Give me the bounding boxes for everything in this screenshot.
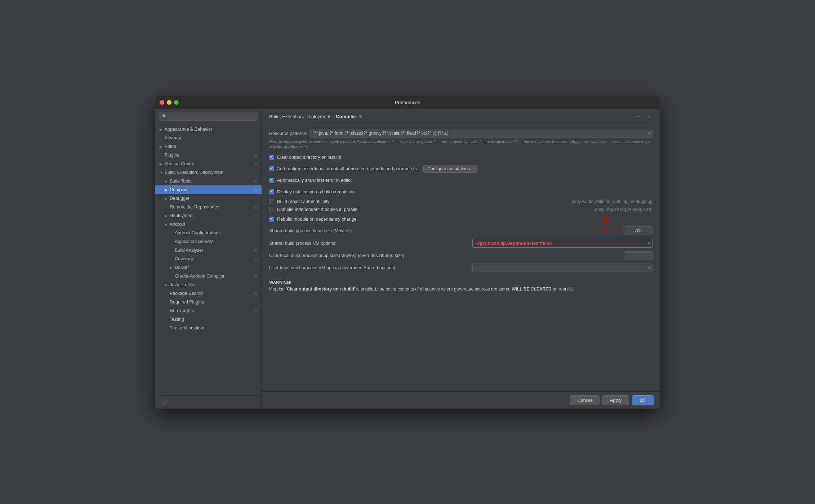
sidebar-item-keymap[interactable]: Keymap	[155, 134, 262, 142]
heap-size-section: Shared build process heap size (Mbytes):…	[269, 226, 653, 235]
user-vm-input[interactable]	[472, 264, 653, 272]
sidebar-item-docker[interactable]: ▶ Docker	[155, 263, 262, 272]
sidebar-item-coverage[interactable]: Coverage ⊞	[155, 255, 262, 263]
clear-output-label[interactable]: Clear output directory on rebuild	[277, 155, 341, 160]
heap-size-row: Shared build process heap size (Mbytes):…	[269, 226, 653, 235]
maximize-button[interactable]	[174, 100, 179, 105]
sidebar-item-remote-jar[interactable]: Remote Jar Repositories ⊞	[155, 203, 262, 211]
vm-options-input[interactable]	[472, 239, 653, 248]
user-heap-input[interactable]	[624, 251, 653, 260]
icon-remote-jar: ⊞	[253, 205, 259, 209]
vm-clear-icon[interactable]: ✕	[647, 241, 651, 246]
breadcrumb: Build, Execution, Deployment › Compiler …	[269, 114, 362, 119]
sidebar-tree: ▶ Appearance & Behavior Keymap ▶ Editor …	[155, 123, 262, 395]
close-button[interactable]	[160, 100, 164, 105]
checkbox-compile-parallel-row: Compile independent modules in parallel …	[269, 207, 653, 212]
user-heap-input-wrap	[624, 251, 653, 260]
footer: Cancel Apply OK	[262, 391, 660, 409]
forward-arrow[interactable]: →	[645, 113, 653, 120]
rebuild-module-checkbox[interactable]	[269, 217, 274, 222]
help-button[interactable]: ?	[160, 399, 167, 406]
sidebar-item-run-targets[interactable]: Run Targets ⊞	[155, 306, 262, 315]
compile-parallel-label[interactable]: Compile independent modules in parallel	[277, 207, 358, 212]
sidebar-item-editor[interactable]: ▶ Editor	[155, 142, 262, 151]
resource-patterns-input[interactable]	[310, 129, 653, 138]
chevron-right-icon: ▶	[170, 266, 175, 270]
main-content: 🔍 ▶ Appearance & Behavior Keymap ▶ Edito…	[155, 109, 660, 409]
clear-output-checkbox[interactable]	[269, 155, 274, 160]
user-vm-clear-icon[interactable]: ✕	[647, 265, 651, 270]
chevron-right-icon: ▶	[165, 188, 170, 192]
add-runtime-checkbox[interactable]	[269, 166, 274, 171]
warning-box: WARNING! If option 'Clear output directo…	[269, 279, 653, 292]
vm-options-row: Shared build process VM options: ✕	[269, 239, 653, 248]
minimize-button[interactable]	[167, 100, 172, 105]
rebuild-module-label[interactable]: Rebuild module on dependency change	[277, 217, 356, 222]
chevron-right-icon: ▶	[165, 214, 170, 218]
sidebar: 🔍 ▶ Appearance & Behavior Keymap ▶ Edito…	[155, 109, 262, 409]
back-arrow[interactable]: ←	[634, 113, 642, 120]
resource-clear-icon[interactable]: ✕	[647, 131, 651, 136]
search-box[interactable]: 🔍	[159, 112, 258, 121]
vm-label: Shared build process VM options:	[269, 241, 337, 246]
sidebar-item-android[interactable]: ▶ Android	[155, 220, 262, 229]
icon-gradle-android: ⊞	[253, 274, 259, 278]
sidebar-item-appearance[interactable]: ▶ Appearance & Behavior	[155, 125, 262, 134]
sidebar-item-gradle-android[interactable]: Gradle-Android Compiler ⊞	[155, 272, 262, 280]
user-vm-label: User-local build process VM options (ove…	[269, 265, 397, 270]
panel-body: Resource patterns: ✕ Use ; to separate p…	[262, 123, 660, 391]
sidebar-item-build-exec-deploy[interactable]: ▼ Build, Execution, Deployment	[155, 168, 262, 177]
sidebar-item-build-tools[interactable]: ▶ Build Tools ⊞	[155, 177, 262, 185]
sidebar-item-compiler[interactable]: ▶ Compiler ⊞	[155, 185, 262, 194]
build-auto-checkbox[interactable]	[269, 199, 274, 204]
auto-show-error-label[interactable]: Automatically show first error in editor	[277, 178, 352, 183]
chevron-right-icon: ▶	[160, 145, 165, 149]
chevron-right-icon: ▶	[165, 197, 170, 201]
checkbox-auto-show-error: Automatically show first error in editor	[269, 176, 653, 185]
user-vm-wrap: ✕	[472, 264, 653, 272]
sidebar-item-trusted-locations[interactable]: Trusted Locations	[155, 324, 262, 332]
icon-compiler: ⊞	[253, 188, 259, 192]
search-input[interactable]	[169, 114, 255, 119]
cancel-button[interactable]: Cancel	[570, 395, 599, 405]
pin-icon: ⊞	[358, 114, 362, 119]
chevron-down-icon: ▼	[160, 171, 165, 175]
sidebar-item-version-control[interactable]: ▶ Version Control ⊞	[155, 159, 262, 168]
display-notification-label[interactable]: Display notification on build completion	[277, 189, 355, 194]
checkbox-add-runtime: Add runtime assertions for notnull-annot…	[269, 165, 653, 173]
auto-show-error-checkbox[interactable]	[269, 178, 274, 183]
warning-title: WARNING!	[269, 279, 653, 286]
apply-button[interactable]: Apply	[602, 395, 629, 405]
sidebar-item-java-profiler[interactable]: ▶ Java Profiler	[155, 280, 262, 289]
sidebar-item-deployment[interactable]: ▶ Deployment ⊞	[155, 211, 262, 220]
checkbox-rebuild-module: Rebuild module on dependency change	[269, 215, 653, 224]
icon-run-targets: ⊞	[253, 309, 259, 313]
compile-parallel-checkbox[interactable]	[269, 207, 274, 212]
breadcrumb-child: Compiler	[336, 114, 356, 119]
display-notification-checkbox[interactable]	[269, 189, 274, 194]
sidebar-item-package-search[interactable]: Package Search ⊞	[155, 289, 262, 298]
sidebar-item-application-servers[interactable]: Application Servers	[155, 237, 262, 246]
add-runtime-label[interactable]: Add runtime assertions for notnull-annot…	[277, 166, 417, 171]
icon-coverage: ⊞	[253, 257, 259, 261]
checkbox-clear-output: Clear output directory on rebuild	[269, 153, 653, 162]
chevron-right-icon: ▶	[165, 283, 170, 287]
icon-package-search: ⊞	[253, 292, 259, 296]
resource-input-wrap: ✕	[310, 129, 653, 138]
resource-patterns-row: Resource patterns: ✕	[269, 129, 653, 138]
configure-annotations-button[interactable]: Configure annotations...	[423, 165, 477, 173]
ok-button[interactable]: OK	[632, 395, 654, 405]
sidebar-item-android-configs[interactable]: Android Configurations	[155, 229, 262, 237]
sidebar-item-testing[interactable]: Testing	[155, 315, 262, 324]
sidebar-item-required-plugins[interactable]: Required Plugins	[155, 298, 262, 306]
preferences-window: Preferences 🔍 ▶ Appearance & Behavior Ke…	[155, 95, 660, 409]
sidebar-item-plugins[interactable]: Plugins ⊞	[155, 151, 262, 159]
chevron-right-icon: ▶	[165, 222, 170, 226]
heap-size-input[interactable]	[624, 226, 653, 235]
build-auto-label[interactable]: Build project automatically	[277, 199, 329, 204]
icon-deployment: ⊞	[253, 214, 259, 218]
sidebar-item-build-analyzer[interactable]: Build Analyzer ⊞	[155, 246, 262, 255]
breadcrumb-parent: Build, Execution, Deployment	[269, 114, 330, 119]
icon-build-tools: ⊞	[253, 179, 259, 183]
sidebar-item-debugger[interactable]: ▶ Debugger	[155, 194, 262, 203]
